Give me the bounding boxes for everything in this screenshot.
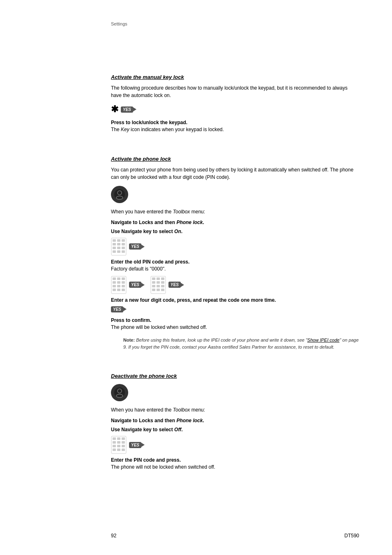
section1-step1-label: Press to lock/unlock the keypad. <box>111 120 359 125</box>
svg-rect-4 <box>113 239 116 242</box>
section-label: Settings <box>111 21 127 26</box>
phone-svg-1 <box>114 189 125 200</box>
keypad-yes-row-1: YES <box>111 238 359 256</box>
svg-rect-6 <box>122 239 125 242</box>
svg-rect-19 <box>122 278 125 280</box>
svg-rect-33 <box>152 281 155 284</box>
keypad-svg-3 <box>150 276 166 294</box>
svg-rect-57 <box>122 449 125 451</box>
yes-badge-4: YES <box>168 282 181 288</box>
yes-badge-3: YES <box>129 282 141 288</box>
svg-rect-10 <box>113 247 116 249</box>
keypad-svg-2 <box>111 276 127 294</box>
svg-rect-20 <box>113 281 116 284</box>
svg-rect-30 <box>152 278 155 280</box>
page-number: 92 <box>111 533 116 539</box>
svg-rect-52 <box>113 445 116 447</box>
keypad-svg-1 <box>111 238 127 256</box>
section3-step1-label: Navigate to Locks and then Phone lock. <box>111 418 359 423</box>
svg-rect-5 <box>117 239 120 242</box>
yes-badge-6: YES <box>129 442 141 448</box>
note-text: Before using this feature, look up the I… <box>123 338 359 349</box>
section3-step3-body: The phone will not be locked when switch… <box>111 464 359 471</box>
key-icon-row: ✱ YES <box>111 104 359 115</box>
svg-rect-38 <box>161 285 164 287</box>
yes-badge-1: YES <box>121 106 133 113</box>
section2-step5-body: The phone will be locked when switched o… <box>111 324 359 331</box>
svg-rect-18 <box>117 278 120 280</box>
section1-step1-body: The Key icon indicates when your keypad … <box>111 126 359 133</box>
section2-when-entered: When you have entered the Toolbox menu: <box>111 208 359 215</box>
svg-rect-46 <box>113 437 116 440</box>
section2-intro: You can protect your phone from being us… <box>111 166 359 181</box>
section3-when-entered: When you have entered the Toolbox menu: <box>111 406 359 414</box>
svg-rect-40 <box>157 289 160 291</box>
svg-rect-27 <box>117 289 120 291</box>
svg-rect-28 <box>122 289 125 291</box>
svg-rect-12 <box>122 247 125 249</box>
section-phone-lock-deactivate: Deactivate the phone lock When you have … <box>111 373 359 471</box>
svg-rect-22 <box>122 281 125 284</box>
svg-rect-31 <box>157 278 160 280</box>
yes-confirm-row: YES <box>111 306 359 312</box>
svg-rect-9 <box>122 243 125 245</box>
svg-rect-14 <box>117 250 120 253</box>
svg-rect-23 <box>113 285 116 287</box>
asterisk-icon: ✱ <box>111 104 118 115</box>
section1-intro: The following procedure describes how to… <box>111 84 359 99</box>
section2-step1-label: Navigate to Locks and then Phone lock. <box>111 220 359 225</box>
svg-rect-37 <box>157 285 160 287</box>
svg-rect-11 <box>117 247 120 249</box>
svg-rect-25 <box>122 285 125 287</box>
svg-rect-47 <box>117 437 120 440</box>
phone-icon-row-1 <box>111 186 359 203</box>
svg-rect-15 <box>122 250 125 253</box>
content-area: Activate the manual key lock The followi… <box>111 25 359 471</box>
svg-rect-7 <box>113 243 116 245</box>
page-footer: 92 DT590 <box>0 533 392 539</box>
svg-rect-48 <box>122 437 125 440</box>
svg-rect-24 <box>117 285 120 287</box>
svg-rect-49 <box>113 441 116 444</box>
svg-rect-13 <box>113 250 116 253</box>
phone-icon-row-2 <box>111 384 359 401</box>
svg-rect-41 <box>161 289 164 291</box>
svg-rect-17 <box>113 278 116 280</box>
key-symbol: ✱ YES <box>111 104 133 115</box>
section2-step2-label: Use Navigate key to select On. <box>111 229 359 234</box>
phone-icon-2 <box>111 384 128 401</box>
svg-rect-50 <box>117 441 120 444</box>
note-box: Note: Before using this feature, look up… <box>123 337 359 350</box>
svg-rect-51 <box>122 441 125 444</box>
page-container: Settings Activate the manual key lock Th… <box>0 0 392 555</box>
svg-rect-54 <box>122 445 125 447</box>
section2-step3-body: Factory default is "0000". <box>111 266 359 273</box>
svg-rect-56 <box>117 449 120 451</box>
phone-svg-2 <box>114 387 125 398</box>
section3-heading: Deactivate the phone lock <box>111 373 359 379</box>
section3-step3-label: Enter the PIN code and press. <box>111 457 359 463</box>
section-manual-key-lock: Activate the manual key lock The followi… <box>111 74 359 133</box>
section2-step5-label: Press to confirm. <box>111 317 359 323</box>
note-prefix: Note: <box>123 338 135 342</box>
keypad-group-2: YES <box>111 276 181 294</box>
svg-rect-39 <box>152 289 155 291</box>
keypad-group-1: YES <box>111 238 141 256</box>
yes-badge-2: YES <box>129 243 141 250</box>
section2-step3-label: Enter the old PIN code and press. <box>111 259 359 265</box>
ipei-link[interactable]: Show IPEI code <box>307 338 339 342</box>
svg-rect-21 <box>117 281 120 284</box>
section2-step4-label: Enter a new four digit code, press, and … <box>111 297 359 303</box>
svg-rect-26 <box>113 289 116 291</box>
keypad-yes-row-2: YES <box>111 276 359 294</box>
section2-heading: Activate the phone lock <box>111 156 359 162</box>
svg-rect-35 <box>161 281 164 284</box>
section-phone-lock-activate: Activate the phone lock You can protect … <box>111 156 359 351</box>
svg-rect-55 <box>113 449 116 451</box>
svg-rect-36 <box>152 285 155 287</box>
svg-rect-8 <box>117 243 120 245</box>
keypad-svg-4 <box>111 436 127 454</box>
phone-icon-1 <box>111 186 128 203</box>
product-name: DT590 <box>344 533 359 539</box>
keypad-group-3: YES <box>111 436 141 454</box>
